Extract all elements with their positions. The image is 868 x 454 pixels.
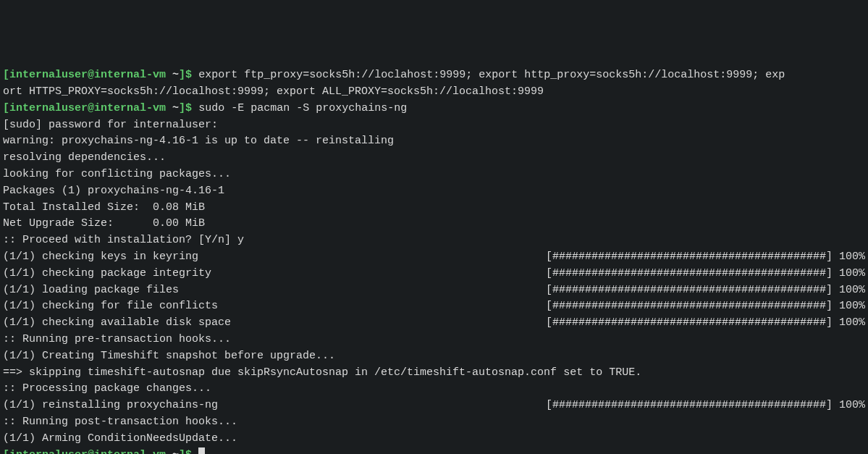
command-2: sudo -E pacman -S proxychains-ng bbox=[198, 102, 407, 114]
output-line: :: Proceed with installation? [Y/n] y bbox=[3, 232, 865, 249]
progress-line: (1/1) loading package files[############… bbox=[3, 282, 865, 299]
prompt-line-final: [internaluser@internal-vm ~]$ bbox=[3, 447, 865, 454]
output-line: Net Upgrade Size: 0.00 MiB bbox=[3, 216, 865, 232]
progress-line: (1/1) checking keys in keyring[#########… bbox=[3, 249, 865, 266]
output-line: Packages (1) proxychains-ng-4.16-1 bbox=[3, 183, 865, 200]
progress-line: (1/1) checking package integrity[#######… bbox=[3, 266, 865, 282]
terminal-output[interactable]: [internaluser@internal-vm ~]$ export ftp… bbox=[3, 67, 865, 454]
output-line: :: Running post-transaction hooks... bbox=[3, 414, 865, 431]
output-line: warning: proxychains-ng-4.16-1 is up to … bbox=[3, 133, 865, 150]
progress-line: (1/1) reinstalling proxychains-ng[######… bbox=[3, 398, 865, 414]
prompt-line-1: [internaluser@internal-vm ~]$ export ftp… bbox=[3, 67, 865, 84]
output-line: (1/1) Creating Timeshift snapshot before… bbox=[3, 348, 865, 365]
output-line: (1/1) Arming ConditionNeedsUpdate... bbox=[3, 431, 865, 447]
command-continuation: ort HTTPS_PROXY=socks5h://localhost:9999… bbox=[3, 84, 865, 101]
output-line: :: Running pre-transaction hooks... bbox=[3, 332, 865, 348]
output-line: Total Installed Size: 0.08 MiB bbox=[3, 200, 865, 217]
output-line: looking for conflicting packages... bbox=[3, 167, 865, 183]
output-line: resolving dependencies... bbox=[3, 150, 865, 167]
cursor bbox=[198, 447, 205, 454]
command-1: export ftp_proxy=socks5h://loclahost:999… bbox=[198, 69, 785, 81]
output-line: [sudo] password for internaluser: bbox=[3, 117, 865, 134]
prompt-line-2: [internaluser@internal-vm ~]$ sudo -E pa… bbox=[3, 101, 865, 117]
output-line: ==> skipping timeshift-autosnap due skip… bbox=[3, 365, 865, 382]
progress-line: (1/1) checking for file conflicts[######… bbox=[3, 298, 865, 315]
progress-line: (1/1) checking available disk space[####… bbox=[3, 315, 865, 332]
output-line: :: Processing package changes... bbox=[3, 381, 865, 398]
